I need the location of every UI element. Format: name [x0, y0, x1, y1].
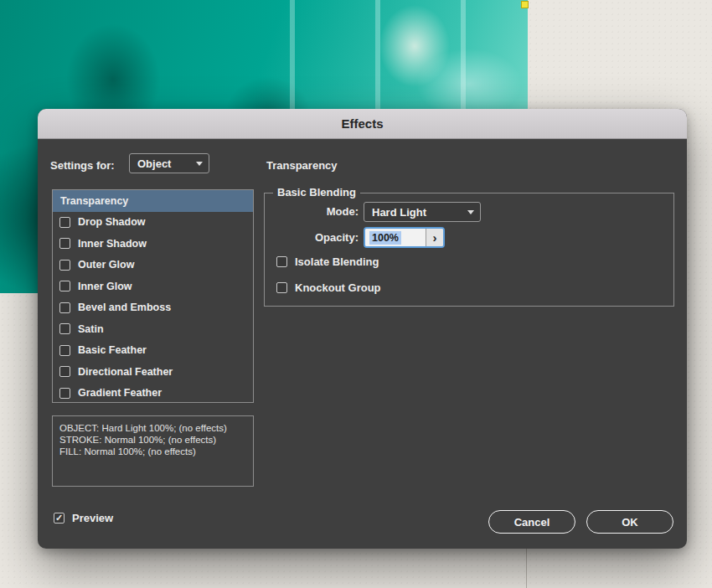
summary-line-fill: FILL: Normal 100%; (no effects)	[59, 446, 246, 457]
checkmark-icon: ✓	[55, 513, 63, 523]
effects-list: Transparency Drop Shadow Inner Shadow Ou…	[52, 189, 254, 403]
basic-feather-checkbox[interactable]	[59, 345, 70, 356]
effects-list-item-bevel-emboss[interactable]: Bevel and Emboss	[53, 297, 253, 319]
effects-dialog: Effects Settings for: Object Transparenc…	[38, 109, 687, 549]
opacity-control: 100% ›	[364, 227, 445, 248]
chevron-right-icon: ›	[433, 230, 437, 245]
list-item-label: Satin	[78, 323, 104, 335]
transparency-heading: Transparency	[266, 159, 338, 172]
ok-button[interactable]: OK	[586, 510, 673, 534]
effects-list-item-basic-feather[interactable]: Basic Feather	[53, 340, 253, 362]
summary-line-stroke: STROKE: Normal 100%; (no effects)	[59, 434, 246, 446]
summary-line-object: OBJECT: Hard Light 100%; (no effects)	[59, 422, 246, 434]
list-item-label: Transparency	[60, 195, 128, 207]
effects-list-item-transparency[interactable]: Transparency	[53, 190, 253, 212]
list-item-label: Inner Glow	[78, 281, 132, 292]
list-item-label: Outer Glow	[78, 259, 134, 271]
settings-for-label: Settings for:	[50, 159, 115, 172]
basic-blending-group: Basic Blending Mode: Hard Light Opacity:…	[264, 193, 674, 307]
basic-blending-legend: Basic Blending	[273, 186, 360, 199]
gradient-feather-checkbox[interactable]	[59, 388, 70, 399]
isolate-blending-label: Isolate Blending	[295, 255, 379, 268]
bevel-emboss-checkbox[interactable]	[59, 302, 70, 313]
effects-list-item-satin[interactable]: Satin	[53, 318, 253, 340]
mode-dropdown[interactable]: Hard Light	[364, 202, 481, 222]
cancel-button[interactable]: Cancel	[488, 510, 575, 534]
effects-list-item-gradient-feather[interactable]: Gradient Feather	[53, 383, 253, 404]
settings-for-dropdown[interactable]: Object	[129, 153, 209, 173]
directional-feather-checkbox[interactable]	[59, 366, 70, 377]
preview-toggle[interactable]: ✓ Preview	[54, 512, 113, 524]
effects-list-item-drop-shadow[interactable]: Drop Shadow	[53, 212, 253, 234]
dialog-titlebar[interactable]: Effects	[38, 109, 687, 139]
selection-handle[interactable]	[521, 1, 529, 8]
mode-label: Mode:	[265, 205, 359, 218]
satin-checkbox[interactable]	[59, 323, 70, 334]
opacity-value: 100%	[369, 231, 401, 245]
outer-glow-checkbox[interactable]	[59, 260, 70, 271]
knockout-group-checkbox[interactable]	[276, 282, 287, 293]
list-item-label: Directional Feather	[78, 366, 173, 378]
opacity-label: Opacity:	[265, 231, 359, 244]
page-edge-guide	[526, 549, 527, 588]
mode-value: Hard Light	[372, 206, 426, 219]
opacity-input[interactable]: 100%	[365, 229, 426, 246]
knockout-group-label: Knockout Group	[295, 281, 381, 294]
chevron-down-icon	[467, 210, 474, 214]
effects-list-item-directional-feather[interactable]: Directional Feather	[53, 361, 253, 383]
opacity-stepper-button[interactable]: ›	[426, 229, 443, 246]
list-item-label: Inner Shadow	[78, 238, 147, 250]
list-item-label: Bevel and Emboss	[78, 302, 171, 313]
effects-list-item-outer-glow[interactable]: Outer Glow	[53, 255, 253, 276]
inner-glow-checkbox[interactable]	[59, 281, 70, 291]
settings-for-value: Object	[137, 157, 171, 170]
inner-shadow-checkbox[interactable]	[59, 238, 70, 249]
drop-shadow-checkbox[interactable]	[59, 217, 70, 228]
effects-list-item-inner-shadow[interactable]: Inner Shadow	[53, 233, 253, 255]
effects-summary: OBJECT: Hard Light 100%; (no effects) ST…	[52, 415, 254, 487]
knockout-group-toggle[interactable]: Knockout Group	[276, 281, 381, 294]
indesign-workspace: { "colors": { "dialog_bg": "#3f3f3f", "t…	[0, 0, 712, 588]
isolate-blending-checkbox[interactable]	[276, 256, 287, 267]
effects-list-item-inner-glow[interactable]: Inner Glow	[53, 276, 253, 297]
isolate-blending-toggle[interactable]: Isolate Blending	[276, 255, 379, 268]
chevron-down-icon	[196, 162, 203, 166]
list-item-label: Drop Shadow	[78, 216, 146, 228]
preview-label: Preview	[72, 512, 113, 524]
dialog-title: Effects	[341, 116, 383, 131]
preview-checkbox[interactable]: ✓	[54, 513, 64, 524]
list-item-label: Gradient Feather	[78, 387, 162, 399]
list-item-label: Basic Feather	[78, 344, 147, 356]
